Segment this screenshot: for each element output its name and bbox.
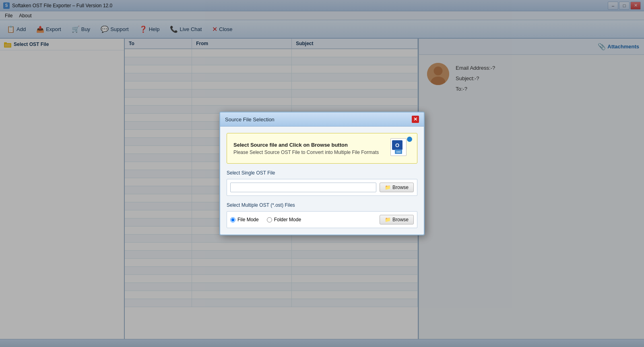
outlook-icon: O [392,140,402,150]
ost-label: ost [395,150,402,154]
folder-mode-radio-label[interactable]: Folder Mode [267,217,301,222]
multiple-ost-browse-button[interactable]: 📁 Browse [380,215,414,224]
info-banner-text: Select Source file and Click on Browse b… [233,142,379,155]
blue-badge [407,137,412,142]
modal-title: Source File Selection [225,116,275,123]
source-file-selection-dialog: Source File Selection ✕ Select Source fi… [219,112,425,235]
folder-mode-label: Folder Mode [274,217,301,222]
banner-subtitle: Please Select Source OST File to Convert… [233,150,379,155]
modal-close-button[interactable]: ✕ [412,116,419,123]
file-mode-radio[interactable] [230,217,235,222]
browse-folder-icon: 📁 [385,185,391,190]
radio-group: File Mode Folder Mode [230,217,301,222]
multiple-ost-section: File Mode Folder Mode 📁 Browse [227,211,417,228]
multiple-ost-browse-label: Browse [392,217,409,222]
ost-file-icon: O ost [390,138,411,158]
file-mode-label: File Mode [237,217,259,222]
file-mode-radio-label[interactable]: File Mode [230,217,259,222]
info-banner: Select Source file and Click on Browse b… [227,133,417,164]
modal-body: Select Source file and Click on Browse b… [220,127,424,235]
modal-overlay: Source File Selection ✕ Select Source fi… [0,0,644,347]
single-ost-label: Select Single OST File [227,170,417,176]
folder-mode-radio[interactable] [267,217,272,222]
browse-folder-icon-2: 📁 [385,217,391,222]
single-ost-browse-label: Browse [392,185,409,190]
ost-icon-body: O ost [390,138,407,156]
single-ost-input-row: 📁 Browse [227,179,417,196]
single-ost-input[interactable] [230,183,376,192]
multiple-ost-label: Select Multiple OST (*.ost) Files [227,202,417,208]
single-ost-browse-button[interactable]: 📁 Browse [380,183,414,192]
banner-title: Select Source file and Click on Browse b… [233,142,379,148]
radio-row: File Mode Folder Mode 📁 Browse [230,215,414,224]
modal-titlebar: Source File Selection ✕ [220,112,424,127]
